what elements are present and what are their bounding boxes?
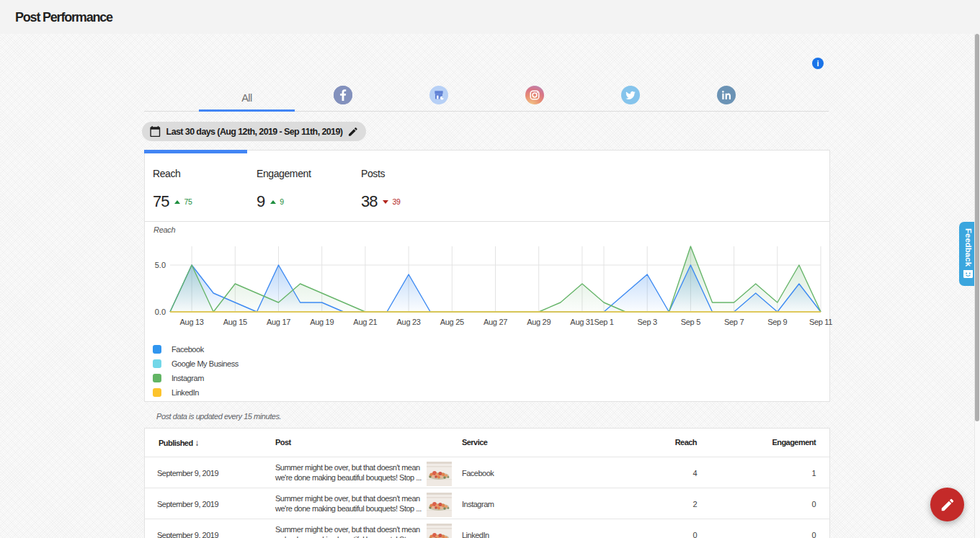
svg-text:Sep 5: Sep 5 [681, 318, 700, 326]
svg-text:Sep 7: Sep 7 [724, 318, 744, 326]
svg-text:Aug 19: Aug 19 [310, 318, 334, 326]
svg-text:Sep 3: Sep 3 [638, 318, 657, 326]
svg-text:Sep 11: Sep 11 [809, 318, 832, 326]
svg-text:0.0: 0.0 [155, 308, 166, 316]
svg-text:Aug 29: Aug 29 [527, 318, 551, 326]
svg-text:Aug 31: Aug 31 [570, 318, 594, 326]
svg-text:Sep 9: Sep 9 [767, 318, 787, 326]
svg-text:Reach: Reach [153, 225, 175, 234]
svg-text:Aug 25: Aug 25 [440, 318, 464, 326]
svg-text:Aug 17: Aug 17 [267, 318, 290, 326]
svg-text:Aug 15: Aug 15 [223, 318, 247, 326]
svg-text:Aug 23: Aug 23 [397, 318, 421, 326]
svg-text:Aug 13: Aug 13 [180, 318, 204, 326]
svg-text:Sep 1: Sep 1 [594, 318, 613, 326]
svg-text:Aug 21: Aug 21 [353, 318, 377, 326]
svg-text:5.0: 5.0 [155, 261, 166, 269]
svg-text:Aug 27: Aug 27 [484, 318, 507, 326]
